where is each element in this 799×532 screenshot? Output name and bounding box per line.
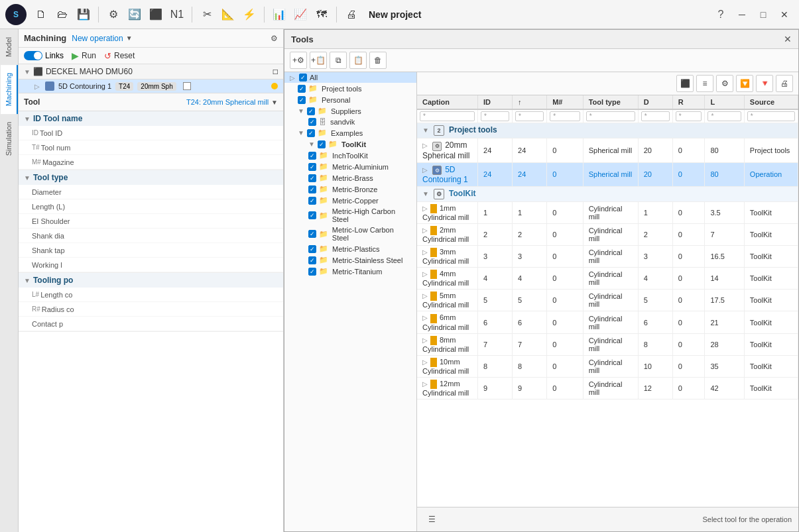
tree-item-metric-al[interactable]: ✓ 📁 Metric-Aluminium bbox=[284, 161, 416, 172]
tool4-btn[interactable]: N1 bbox=[168, 5, 186, 24]
tree-item-toolkit[interactable]: ▼ ✓ 📁 ToolKit bbox=[284, 138, 416, 150]
filter-tooltype[interactable] bbox=[583, 109, 638, 123]
tree-item-metric-copper[interactable]: ✓ 📁 Metric-Copper bbox=[284, 195, 416, 206]
tree-checkbox-metric-lcs[interactable]: ✓ bbox=[308, 230, 316, 238]
tree-item-all[interactable]: ▷ ✓ All bbox=[284, 72, 416, 83]
table-row[interactable]: ▷2mm Cylindrical mill 220Cylindrical mil… bbox=[417, 224, 798, 246]
links-toggle[interactable]: Links bbox=[24, 51, 64, 60]
filter-m-input[interactable] bbox=[550, 111, 580, 121]
filter-btn2[interactable]: ≡ bbox=[696, 75, 713, 92]
gear-btn[interactable]: ⚙ bbox=[271, 34, 278, 43]
tool5-btn[interactable]: ✂ bbox=[198, 5, 216, 24]
tool10-btn[interactable]: 🗺 bbox=[312, 5, 331, 24]
filter-d[interactable] bbox=[638, 109, 672, 123]
tree-checkbox-inchtoolkit[interactable]: ✓ bbox=[308, 152, 316, 160]
col-tooltype[interactable]: Tool type bbox=[583, 95, 638, 109]
filter-tooltype-input[interactable] bbox=[586, 111, 635, 121]
table-row[interactable]: ▷12mm Cylindrical mill 990Cylindrical mi… bbox=[417, 377, 798, 399]
open-btn[interactable]: 🗁 bbox=[53, 5, 72, 24]
new-tool-btn[interactable]: +⚙ bbox=[290, 52, 307, 69]
dialog-close-btn[interactable]: ✕ bbox=[784, 34, 792, 44]
tree-checkbox-metric-ss[interactable]: ✓ bbox=[308, 256, 316, 264]
new-from-btn[interactable]: +📋 bbox=[310, 52, 327, 69]
delete-btn[interactable]: 🗑 bbox=[369, 52, 387, 69]
table-container[interactable]: Caption ID ↑ M# Tool type D R L Source bbox=[417, 95, 798, 507]
close-btn[interactable]: ✕ bbox=[775, 5, 794, 24]
filter-btn1[interactable]: ⬛ bbox=[676, 75, 694, 92]
tree-checkbox-metric-ti[interactable]: ✓ bbox=[308, 268, 316, 276]
tree-item-metric-bronze[interactable]: ✓ 📁 Metric-Bronze bbox=[284, 184, 416, 195]
machine-expand-icon[interactable]: ▼ bbox=[24, 68, 31, 76]
tree-item-metric-brass[interactable]: ✓ 📁 Metric-Brass bbox=[284, 172, 416, 184]
help-btn[interactable]: ? bbox=[711, 5, 730, 24]
tree-checkbox-metric-brass[interactable]: ✓ bbox=[308, 174, 316, 182]
col-m[interactable]: M# bbox=[547, 95, 584, 109]
tree-item-project-tools[interactable]: ✓ 📁 Project tools bbox=[284, 83, 416, 94]
tree-checkbox-project[interactable]: ✓ bbox=[298, 85, 306, 93]
col-caption[interactable]: Caption bbox=[417, 95, 478, 109]
run-btn[interactable]: ▶ Run bbox=[72, 50, 96, 61]
tree-item-metric-ti[interactable]: ✓ 📁 Metric-Titanium bbox=[284, 266, 416, 277]
col-d[interactable]: D bbox=[638, 95, 672, 109]
tool6-btn[interactable]: 📐 bbox=[219, 5, 237, 24]
tree-checkbox-all[interactable]: ✓ bbox=[299, 74, 307, 81]
tool7-btn[interactable]: ⚡ bbox=[240, 5, 259, 24]
tool3-btn[interactable]: ⬛ bbox=[147, 5, 165, 24]
minimize-btn[interactable]: ─ bbox=[733, 5, 751, 24]
filter-r-input[interactable] bbox=[676, 111, 702, 121]
tree-item-metric-plastics[interactable]: ✓ 📁 Metric-Plastics bbox=[284, 243, 416, 254]
tree-checkbox-suppliers[interactable]: ✓ bbox=[307, 107, 315, 115]
table-row-selected[interactable]: ▷ ⚙ 5D Contouring 1 24 24 0 Spherical mi… bbox=[417, 162, 798, 187]
tool8-btn[interactable]: 📊 bbox=[270, 5, 288, 24]
filter-sort-input[interactable] bbox=[515, 111, 544, 121]
tree-checkbox-personal[interactable]: ✓ bbox=[298, 96, 306, 104]
table-row[interactable]: ▷4mm Cylindrical mill 440Cylindrical mil… bbox=[417, 268, 798, 290]
col-r[interactable]: R bbox=[672, 95, 705, 109]
tree-item-metric-lcs[interactable]: ✓ 📁 Metric-Low Carbon Steel bbox=[284, 225, 416, 243]
tree-checkbox-metric-plastics[interactable]: ✓ bbox=[308, 245, 316, 253]
tree-checkbox-metric-al[interactable]: ✓ bbox=[308, 163, 316, 171]
tree-item-metric-hcs[interactable]: ✓ 📁 Metric-High Carbon Steel bbox=[284, 206, 416, 225]
copy-btn[interactable]: ⧉ bbox=[330, 52, 347, 69]
tab-model[interactable]: Model bbox=[1, 29, 18, 65]
col-source[interactable]: Source bbox=[744, 95, 798, 109]
table-row[interactable]: ▷5mm Cylindrical mill 550Cylindrical mil… bbox=[417, 290, 798, 311]
tool-value-btn[interactable]: T24: 20mm Spherical mill ▼ bbox=[186, 98, 278, 106]
prop-header-toolingpo[interactable]: ▼ Tooling po bbox=[19, 273, 283, 288]
table-row[interactable]: ▷10mm Cylindrical mill 880Cylindrical mi… bbox=[417, 355, 798, 377]
tab-simulation[interactable]: Simulation bbox=[1, 114, 18, 164]
maximize-btn[interactable]: □ bbox=[754, 5, 772, 24]
print-btn[interactable]: 🖨 bbox=[776, 75, 793, 92]
prop-section-header-id[interactable]: ▼ ID Tool name bbox=[19, 111, 283, 126]
new-operation-btn[interactable]: New operation ▼ bbox=[72, 34, 132, 43]
filter-source[interactable] bbox=[744, 109, 798, 123]
operation-row[interactable]: ▷ 5D Contouring 1 T24 20mm Sph bbox=[19, 80, 283, 93]
filter-source-input[interactable] bbox=[747, 111, 795, 121]
tree-checkbox-metric-hcs[interactable]: ✓ bbox=[308, 211, 316, 219]
machine-checkbox[interactable] bbox=[183, 82, 191, 90]
tree-item-suppliers[interactable]: ▼ ✓ 📁 Suppliers bbox=[284, 105, 416, 117]
col-id[interactable]: ID bbox=[478, 95, 513, 109]
tool9-btn[interactable]: 📈 bbox=[291, 5, 310, 24]
filter-l[interactable] bbox=[705, 109, 744, 123]
filter-caption-input[interactable] bbox=[420, 111, 475, 121]
new-file-btn[interactable]: 🗋 bbox=[32, 5, 50, 24]
filter-l-input[interactable] bbox=[707, 111, 741, 121]
prop-header-tooltype[interactable]: ▼ Tool type bbox=[19, 170, 283, 185]
tree-item-sandvik[interactable]: ✓ 🗄 sandvik bbox=[284, 117, 416, 127]
col-l[interactable]: L bbox=[705, 95, 744, 109]
filter-btn3[interactable]: ⚙ bbox=[716, 75, 733, 92]
filter-id[interactable] bbox=[478, 109, 513, 123]
filter-m[interactable] bbox=[547, 109, 584, 123]
table-row[interactable]: ▷ ⚙ 20mm Spherical mill 24 24 0 Spherica… bbox=[417, 138, 798, 163]
tree-item-inchtoolkit[interactable]: ✓ 📁 InchToolKit bbox=[284, 150, 416, 161]
filter-id-input[interactable] bbox=[481, 111, 509, 121]
reset-btn[interactable]: ↺ Reset bbox=[104, 51, 135, 61]
paste-btn[interactable]: 📋 bbox=[349, 52, 367, 69]
filter-caption[interactable] bbox=[417, 109, 478, 123]
tool11-btn[interactable]: 🖨 bbox=[342, 5, 361, 24]
col-sort[interactable]: ↑ bbox=[513, 95, 547, 109]
tree-checkbox-metric-bronze[interactable]: ✓ bbox=[308, 186, 316, 193]
filter-d-input[interactable] bbox=[641, 111, 670, 121]
filter-sort[interactable] bbox=[513, 109, 547, 123]
